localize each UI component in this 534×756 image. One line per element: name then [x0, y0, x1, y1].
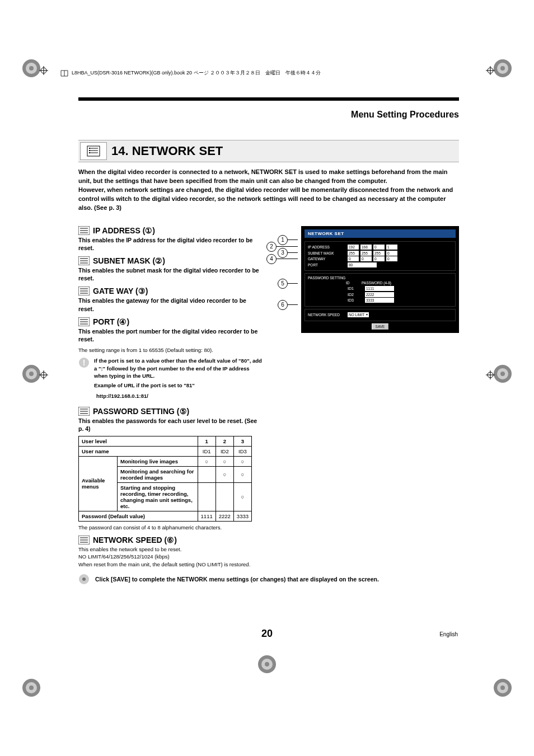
callout-5: 5	[278, 279, 298, 289]
password-table: User level 1 2 3 User name ID1 ID2 ID3 A…	[78, 436, 252, 522]
password-setting-heading: PASSWORD SETTING (⑤)	[78, 407, 263, 416]
ui-pw-section-label: PASSWORD SETTING	[308, 276, 452, 280]
callout-4: 4	[266, 254, 298, 264]
url-example: http://192.168.0.1:81/	[96, 393, 263, 399]
svg-rect-37	[89, 148, 90, 149]
ip-field-1[interactable]: 168	[360, 245, 372, 250]
port-field[interactable]: 80	[348, 262, 377, 267]
ui-title: NETWORK SET	[305, 229, 456, 238]
callout-6: 6	[278, 300, 298, 310]
list-small-icon	[78, 287, 90, 295]
svg-text:!: !	[83, 358, 86, 367]
svg-point-20	[265, 662, 269, 666]
gateway-field-3[interactable]: 0	[386, 256, 397, 261]
page-number: 20	[261, 628, 273, 640]
subnet-field-0[interactable]: 255	[348, 251, 359, 256]
ui-speed-row: NETWORK SPEED NO LIMIT	[308, 312, 452, 317]
registration-mark-icon	[493, 678, 513, 698]
book-icon	[60, 70, 68, 77]
svg-point-5	[500, 66, 505, 71]
print-header-note: L8HBA_US(DSR-3016 NETWORK)(GB only).book…	[60, 69, 321, 77]
svg-point-14	[29, 372, 34, 376]
crop-cross-icon	[39, 66, 48, 75]
ui-port-row: PORT 80	[308, 262, 452, 267]
language-label: English	[439, 631, 458, 637]
ui-ip-row: IP ADDRESS 192 168 0 1	[308, 245, 452, 250]
subnet-field-3[interactable]: 0	[386, 251, 397, 256]
port-desc: This enables the port number for the dig…	[78, 327, 263, 343]
ui-pw-row-2: ID2 2222	[308, 292, 452, 297]
registration-mark-icon	[21, 58, 41, 78]
pw-field-2[interactable]: 2222	[365, 292, 394, 297]
port-range: The setting range is from 1 to 65535 (De…	[78, 346, 263, 354]
save-button[interactable]: SAVE	[372, 323, 389, 330]
list-small-icon	[78, 226, 90, 235]
speed-select[interactable]: NO LIMIT	[348, 312, 369, 317]
crop-cross-icon	[486, 370, 495, 379]
crop-cross-icon	[486, 66, 495, 75]
svg-point-8	[29, 685, 34, 690]
speed-l2: NO LIMIT/64/128/256/512/1024 (kbps)	[78, 553, 263, 560]
ip-address-desc: This enables the IP address for the digi…	[78, 236, 263, 252]
gateway-desc: This enables the gateway for the digital…	[78, 297, 263, 312]
svg-point-2	[29, 66, 34, 71]
svg-point-17	[500, 372, 505, 376]
subnet-mask-heading: SUBNET MASK (②)	[78, 256, 263, 265]
gateway-field-2[interactable]: 0	[373, 256, 385, 261]
password-note: The password can consist of 4 to 8 alpha…	[78, 524, 263, 531]
registration-mark-icon	[21, 678, 41, 698]
registration-mark-icon	[493, 364, 513, 384]
subnet-mask-desc: This enables the subnet mask for the dig…	[78, 266, 263, 282]
gateway-field-1[interactable]: 0	[360, 256, 372, 261]
section-header: Menu Setting Procedures	[78, 110, 459, 120]
list-small-icon	[78, 317, 90, 326]
list-small-icon	[78, 536, 90, 544]
registration-mark-icon	[21, 364, 41, 384]
ip-field-0[interactable]: 192	[348, 245, 359, 250]
chapter-title-bar: 14. NETWORK SET	[78, 140, 459, 162]
info-icon	[78, 574, 90, 585]
list-icon	[80, 142, 107, 160]
port-warning: ! If the port is set to a value other th…	[78, 357, 263, 389]
ip-address-heading: IP ADDRESS (①)	[78, 226, 263, 235]
password-desc: This enables the passwords for each user…	[78, 417, 263, 433]
top-rule	[78, 97, 459, 101]
subnet-field-1[interactable]: 255	[360, 251, 372, 256]
ui-pw-row-1: ID1 1111	[308, 286, 452, 291]
port-heading: PORT (④)	[78, 317, 263, 326]
registration-mark-icon	[257, 654, 277, 674]
list-small-icon	[78, 407, 90, 416]
network-set-screenshot: NETWORK SET IP ADDRESS 192 168 0 1 SUBNE…	[301, 226, 459, 333]
caution-icon: !	[78, 357, 90, 368]
svg-rect-39	[89, 152, 90, 153]
intro-text: When the digital video recorder is conne…	[78, 168, 459, 213]
gateway-heading: GATE WAY (③)	[78, 287, 263, 295]
svg-rect-38	[89, 150, 90, 151]
speed-l1: This enables the network speed to be res…	[78, 546, 263, 553]
registration-mark-icon	[493, 58, 513, 78]
pw-field-1[interactable]: 1111	[365, 286, 394, 291]
subnet-field-2[interactable]: 255	[373, 251, 385, 256]
speed-l3: When reset from the main unit, the defau…	[78, 561, 263, 568]
ui-pw-row-3: ID3 3333	[308, 298, 452, 303]
ui-gateway-row: GATEWAY 0 0 0 0	[308, 256, 452, 261]
ui-subnet-row: SUBNET MASK 255 255 255 0	[308, 251, 452, 256]
pw-field-3[interactable]: 3333	[365, 298, 394, 303]
list-small-icon	[78, 256, 90, 265]
svg-point-11	[500, 685, 505, 690]
chapter-title: 14. NETWORK SET	[111, 140, 223, 162]
ip-field-3[interactable]: 1	[386, 245, 397, 250]
final-save-note: Click [SAVE] to complete the NETWORK men…	[78, 574, 459, 585]
svg-point-67	[82, 577, 86, 581]
crop-cross-icon	[39, 370, 48, 379]
network-speed-heading: NETWORK SPEED (⑥)	[78, 536, 263, 544]
gateway-field-0[interactable]: 0	[348, 256, 359, 261]
ip-field-2[interactable]: 0	[373, 245, 385, 250]
